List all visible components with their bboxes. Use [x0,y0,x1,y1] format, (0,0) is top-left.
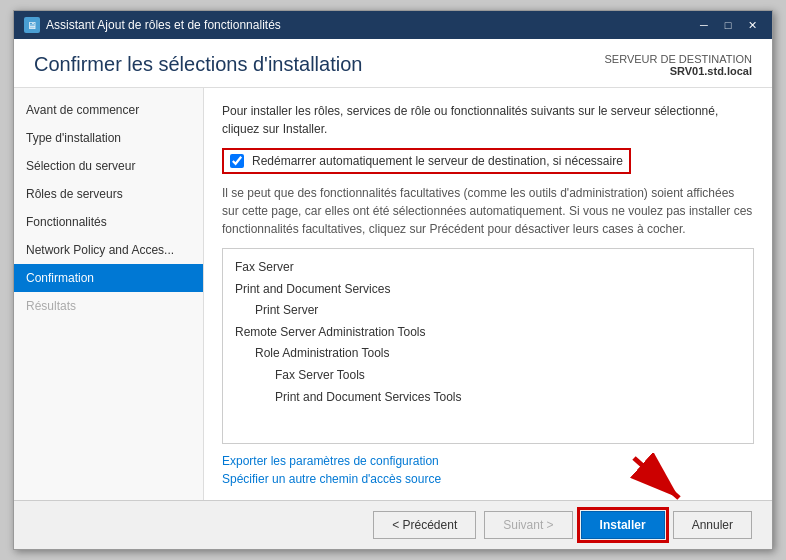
optional-text: Il se peut que des fonctionnalités facul… [222,184,754,238]
sidebar-item-fonctionnalits[interactable]: Fonctionnalités [14,208,203,236]
config-link[interactable]: Exporter les paramètres de configuration [222,454,754,468]
main-window: 🖥 Assistant Ajout de rôles et de fonctio… [13,10,773,550]
prev-button[interactable]: < Précédent [373,511,476,539]
app-icon: 🖥 [24,17,40,33]
content-pane: Pour installer les rôles, services de rô… [204,88,772,500]
destination-server: SRV01.std.local [604,65,752,77]
items-box: Fax ServerPrint and Document ServicesPri… [222,248,754,444]
list-item: Fax Server [235,257,741,279]
header-bar: Confirmer les sélections d'installation … [14,39,772,88]
window-controls: ─ □ ✕ [694,17,762,33]
sidebar-item-type-dinstallation[interactable]: Type d'installation [14,124,203,152]
auto-restart-label: Redémarrer automatiquement le serveur de… [252,154,623,168]
auto-restart-checkbox[interactable] [230,154,244,168]
sidebar-item-avant-de-commencer[interactable]: Avant de commencer [14,96,203,124]
footer: < Précédent Suivant > Installer Annuler [14,500,772,549]
next-button: Suivant > [484,511,572,539]
list-item: Fax Server Tools [235,365,741,387]
install-button[interactable]: Installer [581,511,665,539]
destination-label: SERVEUR DE DESTINATION [604,53,752,65]
close-button[interactable]: ✕ [742,17,762,33]
sidebar: Avant de commencerType d'installationSél… [14,88,204,500]
sidebar-item-rsultats: Résultats [14,292,203,320]
list-item: Print Server [235,300,741,322]
page-title: Confirmer les sélections d'installation [34,53,362,76]
sidebar-item-network-policy-and-acces[interactable]: Network Policy and Acces... [14,236,203,264]
window-title: Assistant Ajout de rôles et de fonctionn… [46,18,688,32]
list-item: Role Administration Tools [235,343,741,365]
maximize-button[interactable]: □ [718,17,738,33]
links-section: Exporter les paramètres de configuration… [222,454,754,486]
titlebar: 🖥 Assistant Ajout de rôles et de fonctio… [14,11,772,39]
sidebar-item-slection-du-serveur[interactable]: Sélection du serveur [14,152,203,180]
intro-text: Pour installer les rôles, services de rô… [222,102,754,138]
destination-info: SERVEUR DE DESTINATION SRV01.std.local [604,53,752,77]
sidebar-item-rles-de-serveurs[interactable]: Rôles de serveurs [14,180,203,208]
cancel-button[interactable]: Annuler [673,511,752,539]
list-item: Print and Document Services Tools [235,387,741,409]
sidebar-item-confirmation[interactable]: Confirmation [14,264,203,292]
minimize-button[interactable]: ─ [694,17,714,33]
list-item: Print and Document Services [235,279,741,301]
list-item: Remote Server Administration Tools [235,322,741,344]
main-content: Avant de commencerType d'installationSél… [14,88,772,500]
auto-restart-checkbox-row: Redémarrer automatiquement le serveur de… [222,148,631,174]
config-link[interactable]: Spécifier un autre chemin d'accès source [222,472,754,486]
